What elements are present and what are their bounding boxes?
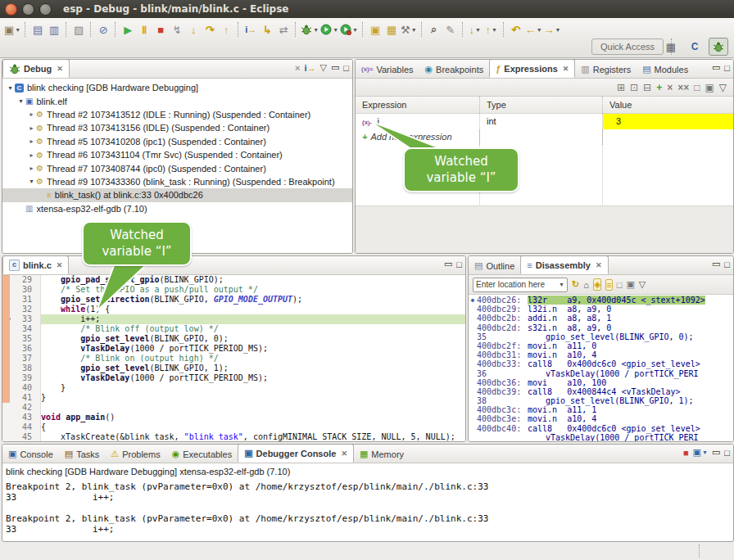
back-icon[interactable]: ←▼ (525, 21, 542, 38)
code-line[interactable]: { (41, 422, 465, 432)
tab-blink-c[interactable]: cblink.c✕ (2, 255, 69, 274)
editor-gutter[interactable]: 293031323334353637383940414243⊖444546 (2, 275, 41, 441)
show-logical-structure-button[interactable]: ⊡ (630, 82, 638, 93)
maximize-button[interactable]: □ (724, 63, 730, 73)
minimize-button[interactable]: ▭ (712, 447, 720, 458)
tab-registers[interactable]: ▥Registers (575, 61, 637, 78)
minimize-button[interactable]: ▭ (444, 259, 452, 269)
tab-outline[interactable]: ▤Outline (469, 257, 520, 274)
chevron-down-icon[interactable]: ▼ (555, 27, 561, 33)
profile-icon[interactable]: ▼ (340, 21, 358, 38)
tab-debug[interactable]: Debug✕ (2, 59, 70, 78)
expander-icon[interactable]: ▸ (27, 138, 36, 145)
save-all-icon[interactable]: ▥ (47, 21, 61, 38)
terminate-console-button[interactable]: ■ (683, 448, 689, 458)
tree-item[interactable]: ▸⚙Thread #2 1073413512 (IDLE : Running) … (2, 108, 352, 121)
build-icon[interactable]: ⚒▼ (401, 21, 417, 38)
code-line[interactable]: void app_main() (41, 413, 465, 422)
step-over-icon[interactable]: ↷ (202, 21, 217, 38)
tab-problems[interactable]: ⚠Problems (105, 445, 165, 463)
disconnect-icon[interactable]: ↯ (170, 21, 184, 38)
expander-icon[interactable]: ▸ (27, 151, 36, 159)
chevron-down-icon[interactable]: ▼ (333, 27, 338, 33)
previous-annotation-icon[interactable]: ↑▼ (484, 21, 499, 38)
suspend-icon[interactable]: Ⅱ (137, 21, 152, 38)
view-menu-button[interactable]: ▽ (639, 279, 646, 290)
column-expression[interactable]: Expression (356, 97, 480, 113)
chevron-down-icon[interactable]: ▼ (15, 27, 20, 33)
show-source-button[interactable]: ≡ (605, 279, 612, 291)
code-line[interactable]: /* Blink on (output high) */ (41, 354, 465, 364)
chevron-down-icon[interactable]: ▼ (475, 27, 481, 33)
tab-disassembly[interactable]: ≡Disassembly✕ (520, 255, 608, 274)
disassembly-line[interactable]: 400dbc3c:movi.n a11, 1 (469, 405, 733, 414)
remove-expression-button[interactable]: × (667, 82, 673, 93)
code-line[interactable]: gpio_set_level(BLINK_GPIO, 1); (41, 364, 465, 373)
code-line[interactable] (41, 403, 465, 413)
console-output[interactable]: Breakpoint 2, blink_task (pvParameter=0x… (2, 478, 733, 535)
use-step-filters-icon[interactable]: ⇄ (276, 21, 291, 38)
window-close-button[interactable] (5, 3, 17, 16)
skip-all-breakpoints-icon[interactable]: ⊘ (96, 21, 111, 38)
forward-icon[interactable]: →▼ (544, 21, 561, 38)
maximize-button[interactable]: □ (724, 260, 730, 269)
instruction-stepping-icon[interactable]: i→ (243, 21, 258, 38)
refresh-button[interactable]: ↻ (572, 279, 579, 290)
tree-item[interactable]: ≡blink_task() at blink.c:33 0x400dbc26 (2, 188, 352, 201)
tab-executables[interactable]: ◉Executables (166, 445, 238, 463)
new-view-button[interactable]: □ (694, 82, 700, 93)
tab-modules[interactable]: ▤Modules (637, 61, 694, 78)
code-line[interactable]: vTaskDelay(1000 / portTICK_PERIOD_MS); (41, 373, 465, 383)
code-line[interactable]: } (41, 383, 465, 393)
close-icon[interactable]: ✕ (596, 261, 602, 269)
view-menu-button[interactable]: ▽ (319, 62, 326, 73)
next-annotation-icon[interactable]: ↓▼ (468, 21, 483, 38)
last-edit-location-icon[interactable]: ↶ (509, 21, 523, 38)
step-return-icon[interactable]: ↑ (219, 21, 233, 38)
disassembly-line[interactable]: vTaskDelay(1000 / portTICK_PERI (469, 433, 733, 442)
pin-view-button[interactable]: ▣ (626, 279, 634, 290)
disassembly-line[interactable]: 400dbc29:l32i.n a8, a9, 0 (469, 305, 733, 314)
disassembly-line[interactable]: 38gpio_set_level(BLINK_GPIO, 1); (469, 396, 733, 405)
disassembly-line[interactable]: 35gpio_set_level(BLINK_GPIO, 0); (469, 332, 733, 341)
disassembly-line[interactable]: 400dbc31:movi.n a10, 4 (469, 350, 733, 359)
code-line[interactable]: } (41, 393, 465, 403)
tree-item[interactable]: ▸⚙Thread #7 1073408744 (ipc0) (Suspended… (2, 161, 352, 174)
tab-console[interactable]: ▣Console (2, 445, 59, 463)
show-type-names-button[interactable]: ⊞ (617, 82, 625, 93)
close-icon[interactable]: ✕ (341, 449, 347, 458)
current-debug-line[interactable]: i++; (41, 314, 465, 324)
close-icon[interactable]: ✕ (57, 261, 63, 269)
add-expression-button[interactable]: + (656, 82, 662, 93)
code-editor[interactable]: 293031323334353637383940414243⊖444546 gp… (2, 275, 465, 441)
new-view-button[interactable]: □ (617, 280, 623, 290)
terminate-icon[interactable]: ■ (153, 21, 168, 38)
disassembly-line[interactable]: 400dbc2f:movi.n a11, 0 (469, 341, 733, 350)
new-wizard-icon[interactable]: ▣▼ (4, 21, 20, 38)
expander-icon[interactable]: ▸ (27, 124, 36, 132)
tab-tasks[interactable]: ▤Tasks (59, 445, 106, 463)
window-minimize-button[interactable] (22, 3, 34, 16)
disassembly-line[interactable]: 400dbc36:movi a10, 100 (469, 378, 733, 387)
disassembly-line[interactable]: 400dbc40:call8 0x400dc6c0 <gpio_set_leve… (469, 424, 733, 433)
disassembly-line[interactable]: 400dbc39:call8 0x400844c4 <vTaskDelay> (469, 387, 733, 396)
follow-current-button[interactable]: ◈ (593, 278, 601, 291)
column-value[interactable]: Value (603, 97, 733, 113)
code-line[interactable]: vTaskDelay(1000 / portTICK_PERIOD_MS); (41, 344, 465, 354)
quick-access-button[interactable]: Quick Access (591, 38, 664, 55)
search-icon[interactable]: ⌕ (427, 21, 442, 38)
maximize-button[interactable]: □ (724, 448, 730, 458)
resume-icon[interactable]: ▶ (120, 21, 135, 38)
minimize-button[interactable]: ▭ (712, 259, 720, 269)
location-input[interactable]: Enter location here ▼ (473, 278, 568, 292)
chevron-down-icon[interactable]: ▼ (313, 27, 319, 33)
disassembly-line[interactable]: 400dbc2b:addi.n a8, a8, 1 (469, 314, 733, 323)
tab-memory[interactable]: ▦Memory (354, 445, 410, 463)
code-line[interactable]: xTaskCreate(&blink_task, "blink_task", c… (41, 432, 465, 441)
window-maximize-button[interactable] (39, 3, 52, 16)
save-icon[interactable]: ▤ (30, 21, 45, 38)
close-icon[interactable]: ✕ (57, 65, 63, 73)
home-button[interactable]: ⌂ (583, 280, 589, 290)
mark-occurrences-icon[interactable]: ✎ (443, 21, 458, 38)
disassembly-line[interactable]: 400dbc2d:s32i.n a8, a9, 0 (469, 323, 733, 332)
